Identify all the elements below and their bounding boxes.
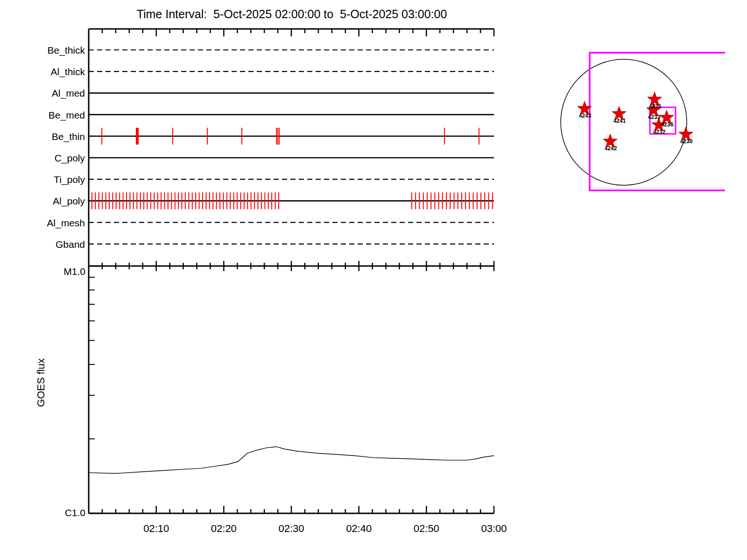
channel-label-Al_poly: Al_poly [53, 196, 85, 206]
active-region-label-4235: 4235 [649, 104, 662, 109]
goes-flux-curve [89, 447, 494, 473]
x-tick-label: 02:30 [278, 524, 304, 534]
screenshot-canvas: Time Interval: 5-Oct-2025 02:00:00 to 5-… [0, 0, 747, 560]
active-region-label-4233: 4233 [648, 114, 661, 120]
channel-label-Al_med: Al_med [52, 88, 85, 98]
x-tick-label: 02:20 [211, 524, 237, 534]
axes [89, 29, 494, 513]
active-region-label-4243: 4243 [579, 113, 592, 119]
channel-label-Al_mesh: Al_mesh [47, 217, 85, 227]
channel-label-Al_thick: Al_thick [50, 67, 85, 77]
filter-timeline-panel [89, 50, 494, 244]
x-tick-label: 03:00 [481, 524, 507, 534]
x-tick-label: 02:40 [346, 524, 372, 534]
channel-label-Be_med: Be_med [49, 110, 85, 119]
active-region-label-4232: 4232 [653, 129, 666, 135]
active-region-label-4242: 4242 [605, 146, 617, 151]
plot-canvas [0, 0, 747, 560]
goes-flux-panel [89, 447, 494, 473]
active-region-label-4236: 4236 [661, 122, 674, 127]
channel-label-Ti_poly: Ti_poly [54, 175, 85, 184]
active-region-label-4230: 4230 [680, 139, 693, 144]
channel-label-Be_thick: Be_thick [47, 45, 85, 55]
x-tick-label: 02:50 [414, 524, 439, 534]
channel-label-Be_thin: Be_thin [52, 131, 85, 141]
channel-label-Gband: Gband [56, 239, 85, 249]
x-tick-label: 02:10 [143, 524, 169, 534]
channel-label-C_poly: C_poly [55, 153, 85, 163]
active-region-label-4241: 4241 [613, 118, 626, 124]
sun-field-of-view-map [561, 53, 725, 190]
